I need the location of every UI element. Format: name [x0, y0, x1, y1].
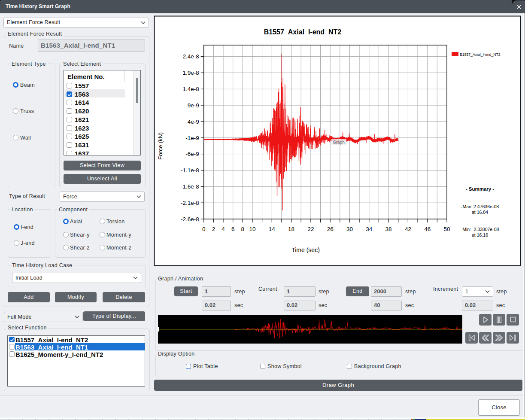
- svg-text:22: 22: [307, 226, 314, 232]
- svg-text:B1557_Axial_I-end_NT2: B1557_Axial_I-end_NT2: [264, 28, 342, 36]
- svg-text:at 16.16: at 16.16: [472, 232, 488, 237]
- svg-text:18: 18: [288, 226, 294, 232]
- svg-text:- Summary -: - Summary -: [466, 186, 495, 192]
- svg-text:-2.1e-8: -2.1e-8: [181, 200, 199, 206]
- svg-text:9e-9: 9e-9: [188, 102, 199, 109]
- svg-text:-1.6e-8: -1.6e-8: [181, 183, 199, 190]
- svg-text:4: 4: [222, 226, 225, 232]
- svg-text:14: 14: [269, 226, 276, 232]
- svg-text:10: 10: [249, 226, 255, 232]
- svg-text:B1557_Axial_I-end_NT2: B1557_Axial_I-end_NT2: [460, 52, 501, 57]
- svg-text:Graph: Graph: [333, 140, 345, 145]
- svg-text:42: 42: [405, 226, 411, 232]
- svg-text:-1.1e-8: -1.1e-8: [181, 167, 199, 173]
- svg-text:at 16.04: at 16.04: [472, 210, 488, 215]
- svg-text:4e-9: 4e-9: [188, 119, 199, 125]
- svg-text:-6e-9: -6e-9: [185, 151, 199, 157]
- svg-text:38: 38: [385, 226, 392, 232]
- svg-text:-2.6e-8: -2.6e-8: [181, 216, 199, 222]
- svg-text:34: 34: [366, 226, 373, 232]
- svg-text:26: 26: [327, 226, 334, 232]
- svg-text:6: 6: [231, 226, 235, 232]
- svg-text:-Max: 2.47636e-08: -Max: 2.47636e-08: [461, 204, 499, 209]
- svg-text:2: 2: [212, 226, 215, 232]
- svg-text:-Min: -2.33807e-08: -Min: -2.33807e-08: [461, 227, 499, 232]
- svg-text:50: 50: [443, 226, 450, 232]
- svg-text:8: 8: [241, 226, 245, 232]
- svg-text:Force (kN): Force (kN): [157, 132, 164, 160]
- svg-text:-1e-9: -1e-9: [185, 135, 199, 141]
- svg-text:0: 0: [202, 226, 206, 232]
- svg-text:46: 46: [424, 226, 431, 232]
- svg-text:Time (sec): Time (sec): [291, 247, 320, 253]
- svg-text:1.9e-8: 1.9e-8: [182, 70, 199, 76]
- svg-text:1.4e-8: 1.4e-8: [182, 86, 199, 92]
- svg-text:2.4e-8: 2.4e-8: [182, 53, 199, 60]
- svg-text:30: 30: [346, 226, 353, 232]
